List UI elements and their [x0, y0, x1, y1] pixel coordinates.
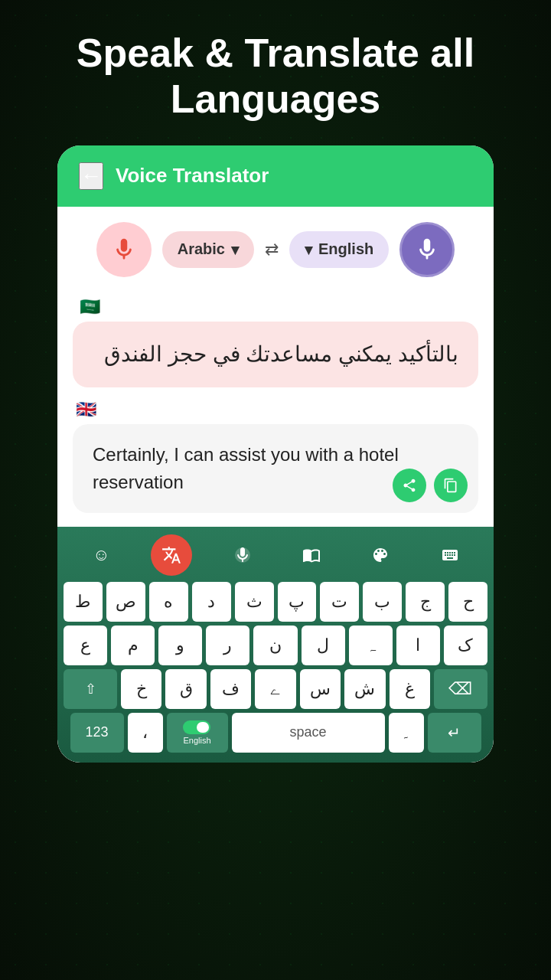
key-meem[interactable]: م: [111, 626, 155, 665]
header-title: Voice Translator: [116, 164, 269, 188]
copy-button[interactable]: [434, 469, 468, 502]
key-haa[interactable]: ح: [448, 582, 487, 622]
chat-area: 🇸🇦 بالتأكيد يمكني مساعدتك في حجز الفندق …: [57, 289, 494, 527]
key-seen[interactable]: س: [300, 669, 341, 709]
key-ye[interactable]: ے: [255, 669, 295, 709]
space-key[interactable]: space: [232, 713, 385, 753]
key-kha[interactable]: خ: [121, 669, 161, 709]
arabic-flag: 🇸🇦: [76, 297, 103, 317]
app-card: ← Voice Translator Arabic ▾ ⇄ ▾ English: [57, 145, 494, 763]
enter-key[interactable]: ↵: [428, 713, 481, 753]
source-dropdown-icon: ▾: [231, 240, 239, 259]
keyboard-row-1: ط ص ه د ث پ ت ب ج ح: [64, 582, 487, 622]
key-ta2[interactable]: ت: [320, 582, 359, 622]
key-fa[interactable]: ف: [210, 669, 251, 709]
english-flag: 🇬🇧: [76, 400, 478, 420]
key-alef[interactable]: ا: [396, 626, 440, 665]
palette-button[interactable]: [361, 536, 399, 574]
key-waw[interactable]: و: [158, 626, 202, 665]
keyboard-row-3: ⇧ خ ق ف ے س ش غ ⌫: [64, 669, 487, 709]
comma-key[interactable]: ،: [128, 713, 163, 753]
target-dropdown-icon: ▾: [305, 240, 312, 259]
key-ha[interactable]: ه: [149, 582, 188, 622]
keyboard-row-2: ع م و ر ن ل ہ ا ک: [64, 626, 487, 665]
arabic-text: بالتأكيد يمكني مساعدتك في حجز الفندق: [104, 342, 458, 366]
key-kaf[interactable]: ک: [444, 626, 487, 665]
keyboard-toolbar: ☺: [64, 534, 487, 576]
right-mic-button[interactable]: [399, 222, 455, 277]
target-language-button[interactable]: ▾ English: [289, 231, 389, 268]
arabic-bubble: بالتأكيد يمكني مساعدتك في حجز الفندق: [73, 322, 478, 387]
key-tha[interactable]: ث: [235, 582, 274, 622]
numbers-button[interactable]: 123: [70, 713, 124, 753]
dot-key[interactable]: ۔: [389, 713, 424, 753]
hero-title: Speak & Translate all Languages: [0, 31, 551, 122]
keyboard: ☺: [57, 527, 494, 763]
back-button[interactable]: ←: [79, 162, 103, 190]
key-ba[interactable]: ب: [363, 582, 402, 622]
emoji-button[interactable]: ☺: [82, 536, 120, 574]
target-lang-label: English: [318, 240, 373, 258]
source-language-button[interactable]: Arabic ▾: [162, 231, 254, 268]
key-pa[interactable]: پ: [278, 582, 317, 622]
english-bubble: Certainly, I can assist you with a hotel…: [73, 424, 478, 513]
header-bar: ← Voice Translator: [57, 145, 494, 207]
english-text: Certainly, I can assist you with a hotel…: [93, 444, 399, 492]
keyboard-row-4: 123 ، English space ۔ ↵: [64, 713, 487, 753]
key-sad[interactable]: ص: [106, 582, 145, 622]
dictionary-button[interactable]: [292, 536, 331, 574]
shift-button[interactable]: ⇧: [64, 669, 117, 709]
keyboard-layout-button[interactable]: [431, 536, 469, 574]
keyboard-mic-button[interactable]: [223, 536, 262, 574]
key-jeem[interactable]: ج: [406, 582, 445, 622]
key-dal[interactable]: د: [192, 582, 231, 622]
key-lam[interactable]: ل: [302, 626, 345, 665]
key-ain[interactable]: ع: [64, 626, 107, 665]
key-ta[interactable]: ط: [64, 582, 103, 622]
translate-button[interactable]: [151, 534, 192, 576]
share-button[interactable]: [393, 469, 426, 502]
language-switch-button[interactable]: English: [167, 713, 228, 753]
source-lang-label: Arabic: [178, 240, 225, 258]
language-selector-row: Arabic ▾ ⇄ ▾ English: [57, 207, 494, 289]
key-noon[interactable]: ن: [253, 626, 297, 665]
backspace-button[interactable]: ⌫: [434, 669, 487, 709]
key-ra[interactable]: ر: [206, 626, 249, 665]
key-sheen[interactable]: ش: [344, 669, 385, 709]
key-heh[interactable]: ہ: [349, 626, 393, 665]
left-mic-button[interactable]: [96, 222, 152, 277]
key-qaf[interactable]: ق: [165, 669, 206, 709]
lang-switch-label: English: [183, 736, 210, 745]
swap-languages-button[interactable]: ⇄: [265, 240, 279, 260]
bubble-actions: [393, 469, 468, 502]
key-ghain[interactable]: غ: [390, 669, 430, 709]
